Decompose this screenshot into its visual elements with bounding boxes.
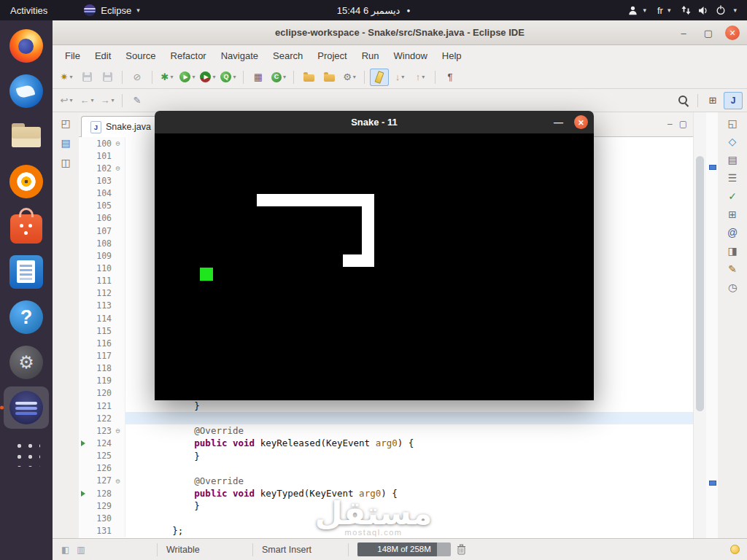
menu-item[interactable]: Search bbox=[266, 48, 309, 63]
code-text[interactable]: } bbox=[125, 499, 693, 512]
code-text[interactable] bbox=[125, 462, 693, 475]
menu-item[interactable]: Run bbox=[355, 48, 386, 63]
divider[interactable]: ▾ bbox=[364, 71, 365, 84]
save-icon[interactable]: ▾ bbox=[77, 69, 96, 86]
eclipse-icon[interactable] bbox=[4, 386, 49, 429]
open-perspective-icon[interactable]: ⊞ ▾ bbox=[703, 92, 722, 109]
restore-trim-icon[interactable]: ◱ bbox=[727, 118, 737, 128]
restore-button[interactable]: ▢ bbox=[700, 25, 716, 41]
menu-item[interactable]: Navigate bbox=[214, 48, 265, 63]
show-apps-icon[interactable] bbox=[4, 432, 49, 474]
console-view-icon[interactable]: ▤ bbox=[727, 155, 737, 165]
divider[interactable]: ▾ bbox=[697, 94, 698, 107]
forward-icon[interactable]: → ▾ bbox=[98, 92, 117, 109]
code-line[interactable]: 129 } bbox=[79, 499, 693, 512]
accessibility-menu[interactable]: ▾ bbox=[627, 5, 646, 16]
new-wizard-icon[interactable]: ✷ ▾ bbox=[57, 69, 76, 86]
fold-collapse-icon[interactable]: ⊖ bbox=[112, 477, 124, 485]
dropdown-caret-icon[interactable]: ▾ bbox=[401, 74, 404, 80]
divider[interactable]: ▾ bbox=[152, 71, 152, 84]
code-line[interactable]: 126 bbox=[79, 462, 693, 475]
restore-view-icon[interactable]: ◰ bbox=[61, 118, 70, 128]
keyboard-layout-menu[interactable]: fr ▾ bbox=[657, 5, 670, 16]
open-resource-icon[interactable]: ▾ bbox=[320, 69, 338, 86]
menu-item[interactable]: Refactor bbox=[164, 48, 213, 63]
dropdown-caret-icon[interactable]: ▾ bbox=[69, 97, 72, 104]
libreoffice-writer-icon[interactable] bbox=[4, 251, 49, 293]
help-icon[interactable]: ? bbox=[4, 296, 49, 338]
clock-menu[interactable]: 15:44 6 ديسمبر ● bbox=[337, 5, 410, 16]
dropdown-caret-icon[interactable]: ▾ bbox=[69, 74, 72, 80]
ubuntu-software-icon[interactable] bbox=[4, 206, 49, 248]
menu-item[interactable]: Help bbox=[436, 48, 468, 63]
firefox-icon[interactable] bbox=[4, 25, 49, 67]
profile-icon[interactable]: Q ▾ bbox=[219, 69, 238, 86]
skip-breakpoints-icon[interactable]: ⊘ ▾ bbox=[128, 69, 147, 86]
snake-window-titlebar[interactable]: Snake - 11 — ✕ bbox=[155, 111, 594, 133]
divider[interactable]: ▾ bbox=[293, 71, 294, 84]
dropdown-caret-icon[interactable]: ▾ bbox=[90, 97, 93, 104]
code-line[interactable]: 123⊖ @Override bbox=[79, 424, 693, 437]
menu-item[interactable]: Window bbox=[387, 48, 434, 63]
overview-ruler[interactable] bbox=[706, 112, 718, 538]
show-whitespace-icon[interactable]: ¶ ▾ bbox=[441, 69, 460, 86]
divider[interactable]: ▾ bbox=[243, 71, 244, 84]
snake-close-button[interactable]: ✕ bbox=[574, 115, 588, 129]
code-text[interactable]: } bbox=[125, 450, 693, 462]
task-list-view-icon[interactable]: ✓ bbox=[728, 191, 737, 201]
code-text[interactable]: } bbox=[125, 400, 693, 412]
close-button[interactable]: ✕ bbox=[725, 26, 740, 40]
back-icon[interactable]: ← ▾ bbox=[77, 92, 96, 109]
maximize-editor-icon[interactable]: ▢ bbox=[679, 119, 687, 129]
rhythmbox-icon[interactable] bbox=[4, 160, 49, 203]
settings-icon[interactable]: ⚙ bbox=[4, 341, 49, 384]
code-line[interactable]: 131 }; bbox=[79, 524, 693, 537]
debug-icon[interactable]: ✱ ▾ bbox=[158, 69, 177, 86]
code-text[interactable]: public void keyTyped(KeyEvent arg0) { bbox=[125, 487, 693, 499]
files-icon[interactable] bbox=[4, 115, 49, 158]
next-annotation-icon[interactable]: ↓ ▾ bbox=[390, 69, 409, 86]
code-text[interactable]: public void keyReleased(KeyEvent arg0) { bbox=[125, 437, 693, 449]
code-text[interactable]: }; bbox=[125, 524, 693, 537]
scrollbar-thumb[interactable] bbox=[696, 156, 704, 411]
outline-view-icon[interactable]: ☰ bbox=[728, 173, 738, 183]
divider[interactable]: ▾ bbox=[435, 71, 436, 84]
dropdown-caret-icon[interactable]: ▾ bbox=[192, 74, 195, 80]
window-titlebar[interactable]: eclipse-workspace - Snake/src/Snake.java… bbox=[53, 20, 747, 45]
snake-canvas[interactable] bbox=[155, 133, 594, 400]
code-text[interactable] bbox=[125, 512, 693, 524]
snippets-view-icon[interactable]: ✎ bbox=[728, 264, 737, 274]
previous-annotation-icon[interactable]: ↑ ▾ bbox=[411, 69, 430, 86]
system-menu[interactable]: ▾ bbox=[681, 5, 737, 15]
minimize-button[interactable]: – bbox=[676, 25, 692, 41]
dropdown-caret-icon[interactable]: ▾ bbox=[212, 74, 215, 80]
dropdown-caret-icon[interactable]: ▾ bbox=[233, 74, 236, 80]
javadoc-view-icon[interactable]: @ bbox=[727, 228, 738, 238]
mark-occurrences-icon[interactable]: ▾ bbox=[370, 69, 389, 86]
code-text[interactable]: @Override bbox=[125, 475, 693, 487]
divider[interactable]: ▾ bbox=[122, 94, 123, 107]
fold-collapse-icon[interactable]: ⊖ bbox=[112, 139, 124, 147]
open-type-icon[interactable]: ▾ bbox=[299, 69, 318, 86]
code-line[interactable]: 127⊖ @Override bbox=[79, 475, 693, 487]
code-text[interactable] bbox=[125, 412, 693, 424]
history-view-icon[interactable]: ◷ bbox=[728, 282, 737, 292]
editor-presentation-icon[interactable]: ▥ bbox=[77, 545, 85, 555]
code-text[interactable]: @Override bbox=[125, 424, 693, 437]
minimize-editor-icon[interactable]: – bbox=[667, 119, 673, 129]
type-hierarchy-icon[interactable]: ◫ bbox=[61, 158, 70, 168]
dropdown-caret-icon[interactable]: ▾ bbox=[353, 74, 356, 80]
code-line[interactable]: 124 public void keyReleased(KeyEvent arg… bbox=[79, 437, 693, 449]
notification-bulb-icon[interactable] bbox=[730, 545, 740, 554]
run-garbage-collector-icon[interactable] bbox=[457, 544, 466, 555]
snake-minimize-button[interactable]: — bbox=[554, 111, 563, 133]
code-line[interactable]: 130 bbox=[79, 512, 693, 524]
declaration-view-icon[interactable]: ◨ bbox=[727, 246, 737, 256]
divider[interactable]: ▾ bbox=[122, 71, 123, 84]
link-with-editor-icon[interactable]: ✎ ▾ bbox=[128, 92, 147, 109]
new-java-project-icon[interactable]: ▦ ▾ bbox=[249, 69, 268, 86]
tab-snake-java[interactable]: J Snake.java bbox=[81, 116, 160, 137]
activities-button[interactable]: Activities bbox=[0, 0, 58, 20]
java-perspective-icon[interactable]: J ▾ bbox=[724, 92, 743, 109]
editor-scrollbar[interactable] bbox=[693, 112, 706, 538]
